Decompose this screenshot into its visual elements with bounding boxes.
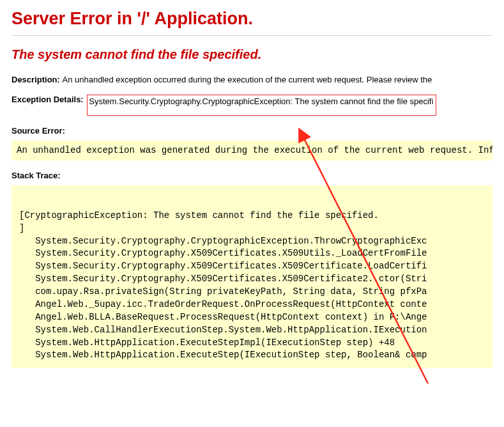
stack-trace-block: [CryptographicException: The system cann… (11, 185, 493, 368)
exception-highlight-box: System.Security.Cryptography.Cryptograph… (87, 95, 436, 116)
description-row: Description: An unhandled exception occu… (11, 75, 493, 84)
page-title: Server Error in '/' Application. (11, 9, 493, 29)
exception-row: Exception Details: System.Security.Crypt… (11, 95, 493, 116)
divider (11, 35, 493, 36)
exception-label: Exception Details: (11, 95, 86, 104)
source-error-label: Source Error: (11, 126, 493, 136)
exception-text: System.Security.Cryptography.Cryptograph… (89, 97, 433, 106)
error-subtitle: The system cannot find the file specifie… (11, 47, 493, 62)
description-text: An unhandled exception occurred during t… (62, 75, 432, 84)
source-error-block: An unhandled exception was generated dur… (11, 141, 493, 160)
stack-trace-label: Stack Trace: (11, 171, 493, 180)
description-label: Description: (11, 75, 62, 84)
